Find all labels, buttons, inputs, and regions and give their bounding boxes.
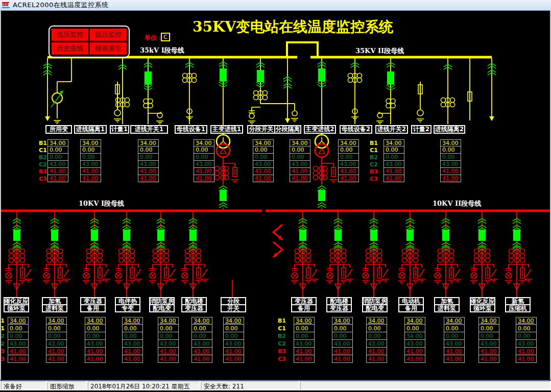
ct-coil-icon bbox=[520, 258, 524, 262]
lower-bay-label-10[interactable]: 电动机备用 bbox=[398, 297, 424, 312]
breaker-icon[interactable] bbox=[220, 68, 227, 82]
breaker-icon[interactable] bbox=[318, 68, 325, 82]
bay-label-0[interactable]: 所用变 bbox=[45, 125, 72, 134]
breaker-icon[interactable] bbox=[51, 230, 58, 241]
temp-value-cell: 0.00 bbox=[194, 146, 214, 154]
breaker-icon[interactable] bbox=[406, 230, 414, 241]
bay-label-7[interactable]: 分段隔离 bbox=[274, 125, 301, 134]
phase-row-label: B2 bbox=[39, 154, 47, 161]
temp-value-cell: 43.00 bbox=[440, 161, 461, 168]
temp-value-cell: 0.00 bbox=[46, 332, 67, 340]
breaker-icon[interactable] bbox=[189, 230, 197, 241]
bay-label-4[interactable]: 母线设备1 bbox=[175, 125, 207, 134]
bay-label-6[interactable]: 分段开关 bbox=[247, 125, 275, 134]
temp-value-cell: 41.00 bbox=[85, 348, 106, 355]
breaker-icon[interactable] bbox=[220, 190, 227, 201]
lower-bay-label-11[interactable]: 加氢进料泵 bbox=[434, 297, 460, 312]
temp-value-cell: 0.00 bbox=[366, 325, 387, 332]
breaker-icon[interactable] bbox=[478, 230, 486, 241]
bay-label-11[interactable]: 计量2 bbox=[411, 125, 432, 134]
phase-row-label: C3 bbox=[0, 355, 5, 363]
temp-value-cell: 41.00 bbox=[46, 355, 67, 363]
temp-value-cell: 0.00 bbox=[366, 332, 387, 340]
lower-bay-label-1[interactable]: 加氢进料泵 bbox=[42, 297, 67, 312]
temp-value-cell: 41.00 bbox=[194, 168, 214, 175]
breaker-icon[interactable] bbox=[91, 230, 98, 241]
lower-bay-label-13[interactable]: 新氢压缩机 bbox=[505, 297, 531, 312]
ct-coil-icon bbox=[295, 258, 299, 262]
breaker-icon[interactable] bbox=[318, 190, 325, 201]
bay-label-9[interactable]: 母线设备2 bbox=[340, 125, 372, 134]
temp-value-cell: 41.00 bbox=[478, 355, 499, 363]
nav-button-report-index[interactable]: 报表索引 bbox=[90, 42, 127, 55]
nav-button-lv-monitor-1[interactable]: 低压监控 bbox=[52, 29, 88, 41]
breaker-icon[interactable] bbox=[370, 230, 377, 241]
breaker-icon[interactable] bbox=[13, 230, 20, 241]
temp-value-cell: 43.00 bbox=[80, 161, 101, 168]
ct-coil-icon bbox=[224, 170, 228, 175]
ct-coil-icon bbox=[118, 258, 123, 262]
bay-label-2[interactable]: 计量1 bbox=[110, 125, 129, 134]
lower-bay-label-8[interactable]: 配电楼变压器 bbox=[326, 297, 352, 312]
breaker-icon[interactable] bbox=[299, 230, 306, 241]
lower-bay-label-2[interactable]: 变压器备用 bbox=[80, 297, 106, 312]
nav-button-lv-monitor-2[interactable]: 低压监控 bbox=[90, 29, 127, 41]
bay-label-1[interactable]: 进线隔离1 bbox=[74, 125, 107, 134]
temp-value-cell: 41.00 bbox=[290, 168, 310, 175]
ct-coil-icon bbox=[9, 258, 13, 262]
lower-bay-label-12[interactable]: 催化反应循环泵 bbox=[470, 297, 495, 312]
status-datetime: 2018年01月26日 10:20:21 星期五 bbox=[88, 381, 200, 390]
ct-coil-icon bbox=[253, 95, 258, 100]
temp-value-cell: 34.00 bbox=[80, 139, 101, 146]
temp-value-cell: 43.00 bbox=[516, 340, 537, 348]
breaker-icon[interactable] bbox=[257, 70, 264, 82]
disconnect-icon bbox=[170, 269, 175, 277]
breaker-icon[interactable] bbox=[513, 230, 520, 241]
bay-label-8[interactable]: 主变进线2 bbox=[304, 125, 336, 134]
ct-coil-icon bbox=[330, 253, 334, 258]
lower-bay-label-3[interactable]: 电伴热专变 bbox=[115, 297, 140, 312]
breaker-icon[interactable] bbox=[442, 230, 449, 241]
app-window: ACREL2000在线温度监控系统 35KV变电站在线温度监控系统 低压监控 低… bbox=[0, 0, 551, 392]
ct-coil-icon bbox=[391, 103, 395, 108]
breaker-icon[interactable] bbox=[145, 71, 152, 85]
temp-value-cell: 43.00 bbox=[46, 340, 67, 348]
bay-label-5[interactable]: 主变进线1 bbox=[210, 125, 243, 134]
lower-bay-label-9[interactable]: 消防泵房配电变 bbox=[362, 297, 388, 312]
temp-value-cell: 41.00 bbox=[366, 355, 387, 363]
phase-row-label: B1 bbox=[0, 317, 5, 325]
temp-value-cell: 41.00 bbox=[290, 175, 310, 182]
temp-value-cell: 43.00 bbox=[404, 340, 425, 348]
temp-value-cell: 41.00 bbox=[80, 168, 101, 175]
temp-value-cell: 0.00 bbox=[85, 332, 106, 340]
arrow-icon bbox=[285, 118, 290, 123]
page-title: 35KV变电站在线温度监控系统 bbox=[193, 17, 393, 37]
lower-bay-label-4[interactable]: 消防泵房配电变 bbox=[149, 297, 175, 312]
breaker-icon[interactable] bbox=[334, 230, 342, 241]
temp-value-cell: 0.00 bbox=[158, 325, 179, 332]
breaker-icon[interactable] bbox=[123, 230, 130, 241]
lower-bay-label-6[interactable]: 分段开关 bbox=[221, 297, 246, 312]
temp-value-cell: 43.00 bbox=[253, 161, 274, 168]
ct-coil-icon bbox=[214, 170, 219, 175]
bay-label-10[interactable]: 进线开关2 bbox=[375, 125, 408, 134]
temp-value-cell: 34.00 bbox=[253, 139, 274, 146]
lower-bay-label-0[interactable]: 催化反应循环泵 bbox=[4, 297, 29, 312]
lower-bay-label-line: 变压器 bbox=[181, 304, 207, 312]
ct-coil-icon bbox=[391, 99, 395, 103]
temp-value-cell: 34.00 bbox=[138, 139, 159, 146]
nav-button-history-curve[interactable]: 历史曲线 bbox=[52, 42, 88, 55]
bay-label-12[interactable]: 进线隔离2 bbox=[434, 125, 465, 134]
bay-label-3[interactable]: 进线开关1 bbox=[130, 125, 168, 134]
lower-bay-label-5[interactable]: 配电楼变压器 bbox=[181, 297, 207, 312]
phase-row-label: B1 bbox=[370, 139, 378, 146]
ct-coil-icon bbox=[148, 103, 153, 108]
title-bar[interactable]: ACREL2000在线温度监控系统 bbox=[0, 0, 551, 11]
lower-bay-label-line: 压缩机 bbox=[505, 304, 531, 312]
lower-bay-label-7[interactable]: 变压器备用 bbox=[291, 297, 317, 312]
unit-value-box[interactable]: C bbox=[161, 33, 170, 41]
breaker-icon[interactable] bbox=[387, 71, 394, 85]
temp-value-cell: 0.00 bbox=[338, 154, 359, 161]
breaker-icon[interactable] bbox=[157, 230, 164, 241]
temp-value-cell: 41.00 bbox=[85, 355, 106, 363]
